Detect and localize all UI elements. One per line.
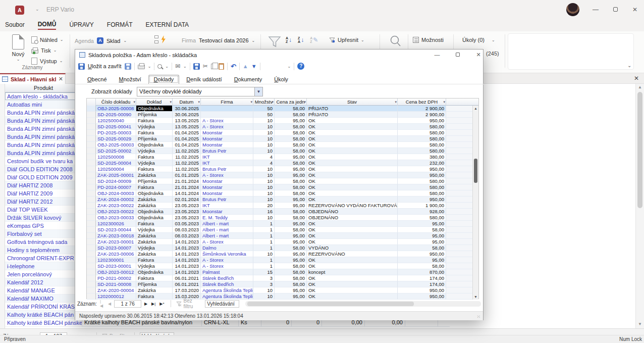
document-number-cell[interactable]: ZAK-2023-00018 — [96, 233, 136, 239]
row-selector[interactable] — [87, 239, 96, 245]
row-selector[interactable] — [87, 136, 96, 142]
grid-row[interactable]: OBJ-2023-00022 Objednávka 23.05.2023 Moo… — [87, 209, 473, 215]
unit-price-cell[interactable]: 58,00 — [275, 245, 307, 251]
total-cell[interactable]: 928,00 — [398, 209, 446, 215]
document-number-cell[interactable]: ZAK-2024-00002 — [96, 197, 136, 203]
total-cell[interactable]: 580,00 — [398, 184, 446, 190]
total-cell[interactable]: 950,00 — [398, 287, 446, 293]
document-number-cell[interactable]: SD-2024-00009 — [96, 178, 136, 184]
firm-cell[interactable]: Agentura Školinda Teplice — [201, 287, 253, 293]
firm-cell[interactable]: E. M. Teddy — [201, 215, 253, 221]
date-cell[interactable]: 03.05.2023 — [173, 221, 201, 227]
row-selector[interactable] — [87, 106, 96, 112]
document-number-cell[interactable]: ZAK-2023-00022 — [96, 203, 136, 209]
select-all-cell[interactable] — [87, 99, 96, 106]
date-cell[interactable]: 11.02.2025 — [173, 166, 201, 172]
grid-row[interactable]: SD-2021-00008 Příjemka 06.01.2021 Stárek… — [87, 281, 473, 287]
quantity-cell[interactable]: 10 — [253, 142, 275, 148]
row-selector[interactable] — [87, 142, 96, 148]
date-cell[interactable]: 11.02.2025 — [173, 154, 201, 160]
show-documents-select[interactable]: Všechny obvyklé doklady ▼ — [137, 87, 263, 96]
status-cell[interactable]: OK — [307, 275, 398, 281]
date-cell[interactable]: 01.01.2025 — [173, 172, 201, 178]
status-cell[interactable]: OK — [307, 227, 398, 233]
date-cell[interactable]: 02.01.2024 — [173, 197, 201, 203]
help-icon[interactable]: ? — [297, 63, 304, 70]
document-type-cell[interactable]: Objednávka — [136, 215, 173, 221]
grid-row[interactable]: ZAK-2023-00001 Zakázka 14.01.2023 A - St… — [87, 239, 473, 245]
grid-row[interactable]: PD-2025-00003 Faktura 01.04.2025 Moonsta… — [87, 130, 473, 136]
total-cell[interactable]: 950,00 — [398, 197, 446, 203]
unit-price-cell[interactable]: 58,00 — [275, 130, 307, 136]
product-list-item[interactable]: Kalhoty krátké BEACH pánske — [5, 319, 82, 327]
status-cell[interactable]: OK — [307, 130, 398, 136]
row-selector[interactable] — [87, 160, 96, 166]
product-list-item[interactable]: Chronograf ORIENT-EXPR — [5, 254, 82, 262]
agenda-select[interactable]: Sklad — [106, 38, 121, 44]
total-cell[interactable]: 95,00 — [398, 233, 446, 239]
column-header[interactable]: Stav ▾ — [307, 99, 398, 106]
unit-price-cell[interactable]: 58,00 — [275, 136, 307, 142]
sort-descending-button[interactable]: ZA↓ — [298, 36, 304, 43]
quantity-cell[interactable]: 1 — [253, 233, 275, 239]
status-cell[interactable]: REZERVOVÁNO — [307, 251, 398, 257]
status-cell[interactable]: OK — [307, 281, 398, 287]
status-cell[interactable]: koncept — [307, 269, 398, 275]
document-type-cell[interactable]: Příjemka — [136, 112, 173, 118]
column-header[interactable]: Doklad ▾ — [136, 99, 173, 106]
firm-cell[interactable]: Albert - mart — [201, 227, 253, 233]
product-list-item[interactable]: Bunda ALPIN zimní pánská — [5, 133, 82, 141]
menu-tab[interactable]: FORMÁT — [107, 21, 133, 29]
document-type-cell[interactable]: Výdejka — [136, 160, 173, 166]
document-number-cell[interactable]: SD-2025-00041 — [96, 124, 136, 130]
total-cell[interactable]: 232,00 — [398, 160, 446, 166]
row-selector[interactable] — [87, 130, 96, 136]
document-number-cell[interactable]: PD-2025-00003 — [96, 130, 136, 136]
document-type-cell[interactable]: Faktura — [136, 221, 173, 227]
new-record-button[interactable]: Nový ⌄ — [7, 34, 29, 66]
next-record-icon[interactable]: ▶ — [143, 302, 148, 306]
grid-row[interactable]: SD-2024-00009 Příjemka 21.01.2024 Moonst… — [87, 178, 473, 184]
quantity-cell[interactable]: 1 — [253, 257, 275, 263]
row-selector[interactable] — [87, 287, 96, 293]
document-type-cell[interactable]: Zakázka — [136, 203, 173, 209]
date-cell[interactable]: 23.05.2023 — [173, 215, 201, 221]
status-cell[interactable]: OK — [307, 190, 398, 197]
date-cell[interactable]: 13.05.2025 — [173, 118, 201, 124]
firm-cell[interactable]: Moonstar — [201, 142, 253, 148]
dialog-tab[interactable]: Deník událostí — [181, 75, 227, 84]
grid-row[interactable]: 1202500008 Faktura 11.02.2025 IKT 4 95,0… — [87, 154, 473, 160]
date-cell[interactable]: 01.04.2025 — [173, 142, 201, 148]
quantity-cell[interactable]: 16 — [253, 209, 275, 215]
document-type-cell[interactable]: Faktura — [136, 154, 173, 160]
product-list-item[interactable]: i-telephone — [5, 262, 82, 270]
total-cell[interactable]: 580,00 — [398, 190, 446, 197]
document-number-cell[interactable]: SD-2023-00001 — [96, 263, 136, 269]
status-cell[interactable]: OK — [307, 233, 398, 239]
grid-row[interactable]: ZAK-2023-00018 Zakázka 08.03.2023 Albert… — [87, 233, 473, 239]
quantity-cell[interactable]: 10 — [253, 118, 275, 124]
column-header[interactable]: Cena za jedn ▾ — [275, 99, 307, 106]
document-type-cell[interactable]: Zakázka — [136, 172, 173, 178]
row-selector[interactable] — [87, 118, 96, 124]
ribbon-collapse-icon[interactable]: ⌄ — [627, 63, 631, 68]
product-list-item[interactable]: Hodiny s teploměrem — [5, 246, 82, 254]
status-cell[interactable]: OK — [307, 142, 398, 148]
scroll-down-icon[interactable]: ▼ — [636, 322, 644, 326]
unit-price-cell[interactable]: 58,00 — [275, 209, 307, 215]
status-cell[interactable]: OK — [307, 257, 398, 263]
document-type-cell[interactable]: Faktura — [136, 130, 173, 136]
maximize-button[interactable] — [607, 4, 624, 15]
quantity-cell[interactable]: 1 — [253, 221, 275, 227]
date-cell[interactable]: 01.04.2025 — [173, 136, 201, 142]
product-list-item[interactable]: Bunda ALPIN zimní pánská — [5, 109, 82, 117]
total-cell[interactable]: 95,00 — [398, 221, 446, 227]
document-type-cell[interactable]: Faktura — [136, 184, 173, 190]
filter-arrow-icon[interactable]: ▾ — [250, 99, 252, 105]
row-selector[interactable] — [87, 203, 96, 209]
document-type-cell[interactable]: Příjemka — [136, 136, 173, 142]
status-cell[interactable]: OK — [307, 239, 398, 245]
grid-row[interactable]: SD-2023-00007 Výdejka 14.01.2023 Dalmo 1… — [87, 245, 473, 251]
grid-row[interactable]: 1202500004 Faktura 11.02.2025 Brutus Pet… — [87, 166, 473, 172]
document-type-cell[interactable]: Výdejka — [136, 227, 173, 233]
